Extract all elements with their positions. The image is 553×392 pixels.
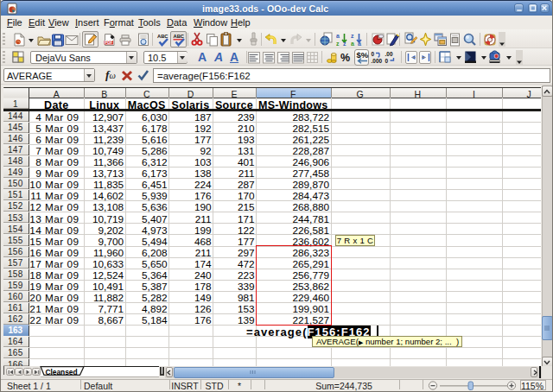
svg-text:ABC: ABC xyxy=(157,34,168,39)
svg-text:.000: .000 xyxy=(372,58,383,64)
svg-text:0: 0 xyxy=(385,58,389,64)
svg-text:z: z xyxy=(343,41,346,47)
svg-text:z: z xyxy=(351,33,354,39)
svg-text:a: a xyxy=(358,41,361,47)
svg-text:a: a xyxy=(336,33,340,39)
svg-text:z: z xyxy=(336,41,340,47)
svg-text:.00: .00 xyxy=(385,51,393,57)
svg-text:PDF: PDF xyxy=(105,41,112,45)
svg-text:ABC: ABC xyxy=(174,34,185,39)
svg-text:a: a xyxy=(351,41,354,47)
svg-text:0: 0 xyxy=(372,51,375,57)
